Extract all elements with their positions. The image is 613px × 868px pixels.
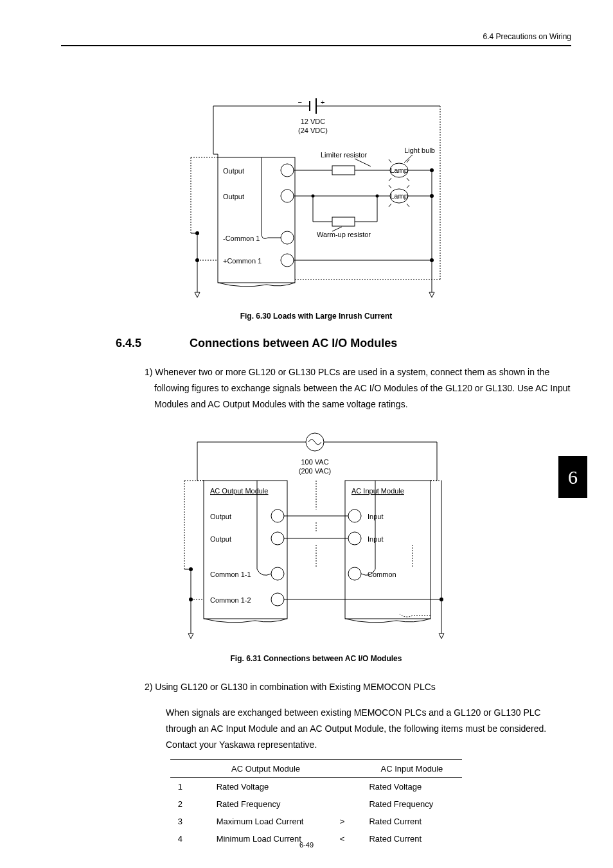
spec-table: AC Output Module AC Input Module 1 Rated… [170,759,463,847]
header-rule [61,45,571,46]
fig30-plus-common: +Common 1 [223,257,262,265]
svg-point-12 [281,164,294,177]
fig30-minus-common: -Common 1 [223,235,260,242]
svg-marker-54 [429,292,434,297]
fig30-lamp2: Lamp [390,192,408,200]
svg-point-66 [271,509,284,522]
paragraph-2-body: When signals are exchanged between exist… [166,705,571,754]
figure-6-30: − + 12 VDC (24 VDC) Output Limiter resis… [61,93,571,305]
row-op: > [323,813,361,830]
svg-rect-14 [332,166,355,175]
table-row: 3 Maximum Load Current > Rated Current [170,813,463,830]
svg-line-32 [407,204,409,207]
figure-6-30-svg: − + 12 VDC (24 VDC) Output Limiter resis… [178,93,454,305]
fig31-ac-output-module: AC Output Module [210,487,269,495]
fig31-voltage-main: 100 VAC [301,458,328,466]
svg-line-30 [407,185,409,188]
fig30-voltage-main: 12 VDC [301,118,326,125]
fig30-light-bulb1: Light bulb [404,146,435,154]
row-num: 1 [170,778,209,796]
row-num: 2 [170,795,209,813]
paragraph-1: 1) Whenever two or more GL120 or GL130 P… [154,364,571,413]
svg-point-76 [271,567,284,580]
fig31-common: Common [368,571,396,578]
section-heading: 6.4.5Connections between AC I/O Modules [61,337,571,350]
table-header-output: AC Output Module [209,760,323,778]
row-num: 3 [170,813,209,830]
table-header-op [323,760,361,778]
figure-6-30-caption: Fig. 6.30 Loads with Large Inrush Curren… [61,312,571,321]
svg-line-21 [407,178,409,181]
svg-point-68 [348,509,361,522]
figure-6-31-caption: Fig. 6.31 Connections between AC I/O Mod… [61,654,571,663]
row-in: Rated Current [361,813,462,830]
fig31-ac-input-module: AC Input Module [351,487,404,495]
table-header-row: AC Output Module AC Input Module [170,760,463,778]
svg-point-86 [271,593,284,606]
page-content: − + 12 VDC (24 VDC) Output Limiter resis… [61,77,571,847]
svg-line-29 [389,185,391,188]
figure-6-31: 100 VAC (200 VAC) AC Output Module AC In… [61,429,571,648]
fig31-output1: Output [210,513,231,520]
svg-line-31 [389,204,391,207]
svg-point-77 [348,567,361,580]
row-in: Rated Voltage [361,778,462,796]
svg-point-71 [348,532,361,545]
figure-6-31-svg: 100 VAC (200 VAC) AC Output Module AC In… [175,429,458,648]
fig31-common-11: Common 1-1 [210,571,251,578]
svg-point-26 [281,190,294,202]
fig30-output1: Output [223,167,244,175]
row-out: Rated Voltage [209,778,323,796]
svg-point-50 [281,254,294,267]
fig30-output2: Output [223,193,244,200]
fig30-voltage-alt: (24 VDC) [298,127,328,134]
fig31-output2: Output [210,535,231,543]
svg-marker-91 [439,633,444,639]
svg-point-69 [271,532,284,545]
row-out: Rated Frequency [209,795,323,813]
row-op [323,778,361,796]
table-row: 1 Rated Voltage Rated Voltage [170,778,463,796]
section-title: Connections between AC I/O Modules [190,337,397,350]
svg-line-16 [355,159,371,166]
row-op [323,795,361,813]
svg-line-25 [404,155,413,163]
svg-line-20 [389,178,391,181]
svg-rect-37 [332,217,355,226]
page-number: 6-49 [0,841,613,849]
row-out: Maximum Load Current [209,813,323,830]
svg-point-43 [281,231,294,244]
svg-text:+: + [321,98,324,106]
svg-line-18 [389,159,391,163]
fig31-common-12: Common 1-2 [210,596,251,604]
svg-point-41 [376,195,379,198]
svg-point-34 [430,194,434,198]
fig30-limiter: Limiter resistor [321,151,367,159]
row-in: Rated Frequency [361,795,462,813]
section-number: 6.4.5 [116,337,190,350]
header-breadcrumb: 6.4 Precautions on Wiring [483,32,571,41]
svg-point-40 [312,195,315,198]
table-header-input: AC Input Module [361,760,462,778]
paragraph-2-head: 2) Using GL120 or GL130 in combination w… [154,679,571,695]
fig30-warmup: Warm-up resistor [317,231,371,238]
fig30-lamp1: Lamp [390,166,408,174]
fig31-voltage-alt: (200 VAC) [299,467,332,475]
svg-text:−: − [298,98,302,106]
svg-marker-83 [188,633,193,639]
table-row: 2 Rated Frequency Rated Frequency [170,795,463,813]
svg-marker-49 [195,292,200,297]
svg-rect-65 [345,481,431,619]
